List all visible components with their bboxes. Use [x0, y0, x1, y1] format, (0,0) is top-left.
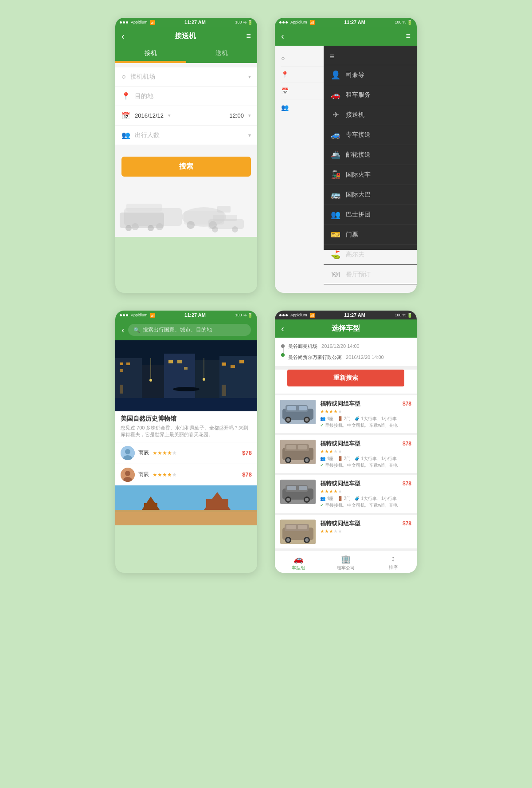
- svg-rect-27: [177, 360, 182, 363]
- dark-menu: ≡ 👤 司兼导 🚗 租车服务 ✈ 接送机 🚙 专车接送: [324, 46, 417, 250]
- bg-cal-icon: 📅: [281, 87, 289, 95]
- screen2-bg: ○ 📍 📅 👥 ≡ 👤 司兼导: [275, 46, 417, 250]
- search-header: ‹ 🔍 搜索出行国家、城市、目的地: [115, 319, 257, 340]
- dropdown-arrow-time: ▾: [248, 113, 251, 118]
- feature-icon-bag-2: 🧳: [354, 456, 360, 461]
- svg-rect-24: [126, 362, 130, 365]
- car-features-2: 👥 4座 🚪 2门 🧳 1大行李、1小行李 ✓ 早接接机、中文司机、车载wifi…: [320, 455, 411, 469]
- passengers-field[interactable]: 👥 出行人数 ▾: [115, 126, 257, 145]
- svg-point-6: [148, 225, 154, 231]
- car-card-4[interactable]: 福特或同组车型 $78 ★★★★★: [275, 515, 417, 548]
- feature-icon-service-3: ✓: [320, 503, 324, 508]
- resarch-button[interactable]: 重新搜索: [287, 370, 404, 386]
- menu-item-ticket[interactable]: 🎫 门票: [324, 225, 417, 245]
- car-info-3: 福特或同组车型 $78 ★★★★★ 👥 4座 🚪 2门 🧳 1大行李、1小行李 …: [320, 480, 411, 508]
- svg-rect-57: [299, 406, 307, 410]
- search-input-bar[interactable]: 🔍 搜索出行国家、城市、目的地: [128, 324, 251, 336]
- menu-item-golf[interactable]: ⛳ 高尔夫: [324, 245, 417, 265]
- route-dot-from: [281, 344, 285, 348]
- search-button[interactable]: 搜索: [121, 157, 251, 177]
- svg-point-61: [305, 418, 309, 422]
- back-button-2[interactable]: ‹: [281, 31, 284, 41]
- menu-label-ticket: 门票: [346, 231, 358, 239]
- menu-item-train[interactable]: 🚂 国际火车: [324, 165, 417, 185]
- hamburger-icon[interactable]: ≡: [330, 52, 335, 61]
- svg-rect-66: [298, 445, 307, 449]
- feature-icon-door: 🚪: [337, 416, 343, 421]
- menu-item-airport[interactable]: ✈ 接送机: [324, 105, 417, 125]
- dot1-4: [279, 314, 282, 316]
- svg-point-40: [125, 449, 130, 454]
- form-area: ○ 接机机场 ▾ 📍 目的地 📅 2016/12/12 ▾ 12:00 ▾ 👥 …: [115, 63, 257, 150]
- svg-point-34: [173, 387, 200, 391]
- airport-field[interactable]: ○ 接机机场 ▾: [115, 67, 257, 87]
- menu-label-private: 专车接送: [346, 131, 371, 139]
- svg-rect-49: [144, 503, 157, 510]
- svg-rect-30: [231, 365, 235, 368]
- menu-icon-bus: 🚌: [331, 190, 340, 200]
- menu-icon-ticket: 🎫: [331, 230, 340, 240]
- route-text: 曼谷廊曼机场 2016/12/20 14:00 曼谷尚贾尔万豪行政公寓 2016…: [288, 343, 384, 361]
- tab-dropoff[interactable]: 送机: [186, 46, 257, 62]
- svg-point-86: [286, 538, 290, 542]
- svg-rect-19: [142, 365, 164, 398]
- menu-label-airport: 接送机: [346, 111, 364, 119]
- back-button[interactable]: ‹: [121, 31, 125, 41]
- feature-icon-seat-3: 👥: [320, 496, 325, 501]
- review-row-2: 雨辰 ★★★★★ $78: [115, 464, 257, 485]
- back-button-3[interactable]: ‹: [121, 325, 125, 335]
- route-dot-to: [281, 353, 285, 357]
- stars-2: ★★★★★: [153, 472, 177, 478]
- car-card-2[interactable]: 福特或同组车型 $78 ★★★★★ 👥 4座 🚪 2门 🧳 1大行李、1小行李 …: [275, 435, 417, 473]
- menu-dark-header: ≡: [324, 46, 417, 65]
- car-name-3: 福特或同组车型: [320, 480, 360, 488]
- car-stars-1: ★★★★★: [320, 409, 411, 414]
- car-card-1[interactable]: 福特或同组车型 $78 ★★★★★ 👥 4座 🚪 2门 🧳 1大行李、1小行李 …: [275, 395, 417, 433]
- route-to-text: 曼谷尚贾尔万豪行政公寓 2016/12/20 14:00: [288, 354, 384, 361]
- menu-item-bus[interactable]: 🚌 国际大巴: [324, 185, 417, 205]
- svg-rect-1: [126, 204, 162, 212]
- menu-item-group[interactable]: 👥 巴士拼团: [324, 205, 417, 225]
- from-name: 曼谷廊曼机场: [288, 343, 317, 349]
- menu-item-restaurant[interactable]: 🍽 餐厅预订: [324, 265, 417, 284]
- illustration-area: [115, 184, 257, 237]
- destination-field[interactable]: 📍 目的地: [115, 87, 257, 106]
- bottom-tab-company-label: 租车公司: [337, 565, 355, 571]
- screen4-phone: Appidium 📶 11:27 AM 100 % 🔋 ‹ 选择车型: [275, 311, 417, 573]
- car-info-2: 福特或同组车型 $78 ★★★★★ 👥 4座 🚪 2门 🧳 1大行李、1小行李 …: [320, 440, 411, 469]
- menu-label-train: 国际火车: [346, 171, 371, 179]
- tab-pickup[interactable]: 接机: [115, 46, 186, 62]
- bottom-tab-cartype[interactable]: 🚗 车型组: [275, 554, 322, 571]
- dropdown-arrow-date: ▾: [168, 113, 171, 118]
- svg-point-43: [125, 471, 130, 476]
- bg-pin-icon: 📍: [281, 71, 289, 78]
- feature-icon-service: ✓: [320, 423, 324, 428]
- menu-item-sijiaodao[interactable]: 👤 司兼导: [324, 65, 417, 85]
- dot3-3: [126, 314, 128, 316]
- menu-item-private[interactable]: 🚙 专车接送: [324, 125, 417, 145]
- date-field[interactable]: 📅 2016/12/12 ▾ 12:00 ▾: [115, 106, 257, 126]
- svg-point-14: [212, 226, 218, 232]
- to-name: 曼谷尚贾尔万豪行政公寓: [288, 355, 342, 360]
- dot2-4: [282, 314, 285, 316]
- car-card-3[interactable]: 福特或同组车型 $78 ★★★★★ 👥 4座 🚪 2门 🧳 1大行李、1小行李 …: [275, 475, 417, 513]
- dot2: [123, 21, 125, 24]
- menu-label-group: 巴士拼团: [346, 211, 371, 219]
- bottom-tab-sort[interactable]: ↕ 排序: [369, 554, 417, 571]
- avatar-1: [121, 446, 135, 460]
- menu-button[interactable]: ≡: [246, 32, 251, 41]
- menu-label-bus: 国际大巴: [346, 191, 371, 199]
- menu-item-rental[interactable]: 🚗 租车服务: [324, 85, 417, 105]
- svg-rect-28: [184, 367, 188, 370]
- menu-label-golf: 高尔夫: [346, 251, 364, 259]
- sort-icon: ↕: [391, 554, 395, 563]
- svg-point-68: [286, 458, 290, 462]
- feature-icon-seat-2: 👥: [320, 456, 325, 461]
- car-image-2: [280, 440, 316, 464]
- carrier-area-3: Appidium 📶: [120, 313, 155, 318]
- battery-label-2: 100 %: [395, 20, 406, 24]
- back-button-4[interactable]: ‹: [281, 323, 284, 334]
- svg-point-70: [305, 458, 309, 462]
- menu-item-cruise[interactable]: 🚢 邮轮接送: [324, 145, 417, 165]
- bottom-tab-company[interactable]: 🏢 租车公司: [322, 554, 370, 571]
